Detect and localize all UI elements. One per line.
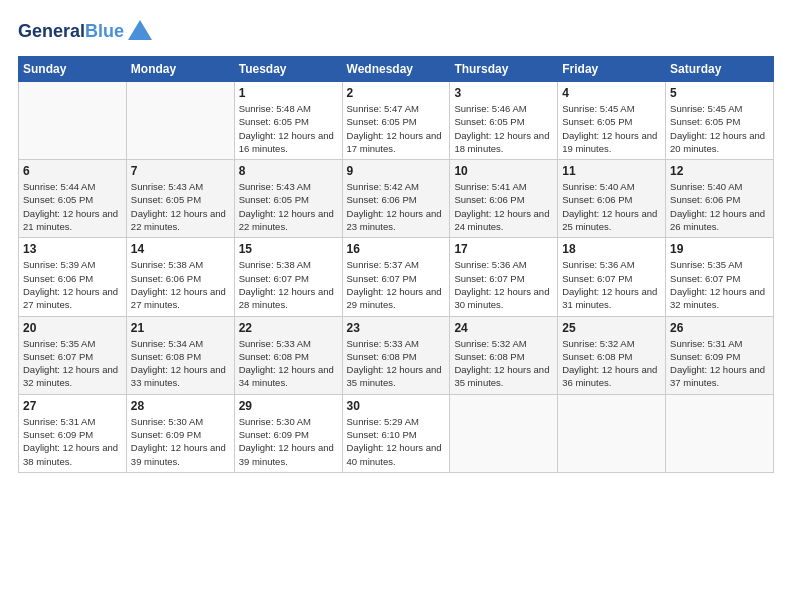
page: GeneralBlue SundayMondayTuesdayWednesday… <box>0 0 792 612</box>
day-number: 27 <box>23 399 122 413</box>
calendar-cell: 22Sunrise: 5:33 AM Sunset: 6:08 PM Dayli… <box>234 316 342 394</box>
calendar-cell: 6Sunrise: 5:44 AM Sunset: 6:05 PM Daylig… <box>19 160 127 238</box>
day-info: Sunrise: 5:34 AM Sunset: 6:08 PM Dayligh… <box>131 337 230 390</box>
day-number: 30 <box>347 399 446 413</box>
calendar-cell: 13Sunrise: 5:39 AM Sunset: 6:06 PM Dayli… <box>19 238 127 316</box>
calendar-cell: 16Sunrise: 5:37 AM Sunset: 6:07 PM Dayli… <box>342 238 450 316</box>
day-info: Sunrise: 5:32 AM Sunset: 6:08 PM Dayligh… <box>454 337 553 390</box>
calendar-cell: 26Sunrise: 5:31 AM Sunset: 6:09 PM Dayli… <box>666 316 774 394</box>
day-number: 14 <box>131 242 230 256</box>
calendar-week-row: 6Sunrise: 5:44 AM Sunset: 6:05 PM Daylig… <box>19 160 774 238</box>
day-info: Sunrise: 5:36 AM Sunset: 6:07 PM Dayligh… <box>454 258 553 311</box>
svg-marker-0 <box>128 20 152 40</box>
day-number: 29 <box>239 399 338 413</box>
day-number: 2 <box>347 86 446 100</box>
day-number: 10 <box>454 164 553 178</box>
day-number: 7 <box>131 164 230 178</box>
calendar-cell: 21Sunrise: 5:34 AM Sunset: 6:08 PM Dayli… <box>126 316 234 394</box>
day-number: 9 <box>347 164 446 178</box>
day-number: 17 <box>454 242 553 256</box>
calendar-cell: 19Sunrise: 5:35 AM Sunset: 6:07 PM Dayli… <box>666 238 774 316</box>
day-number: 11 <box>562 164 661 178</box>
calendar-cell: 30Sunrise: 5:29 AM Sunset: 6:10 PM Dayli… <box>342 394 450 472</box>
day-info: Sunrise: 5:48 AM Sunset: 6:05 PM Dayligh… <box>239 102 338 155</box>
logo: GeneralBlue <box>18 18 154 46</box>
calendar-cell: 5Sunrise: 5:45 AM Sunset: 6:05 PM Daylig… <box>666 82 774 160</box>
day-number: 13 <box>23 242 122 256</box>
day-number: 26 <box>670 321 769 335</box>
day-info: Sunrise: 5:45 AM Sunset: 6:05 PM Dayligh… <box>562 102 661 155</box>
day-number: 3 <box>454 86 553 100</box>
calendar-cell: 20Sunrise: 5:35 AM Sunset: 6:07 PM Dayli… <box>19 316 127 394</box>
day-number: 23 <box>347 321 446 335</box>
day-number: 25 <box>562 321 661 335</box>
day-info: Sunrise: 5:47 AM Sunset: 6:05 PM Dayligh… <box>347 102 446 155</box>
day-number: 5 <box>670 86 769 100</box>
calendar-cell: 7Sunrise: 5:43 AM Sunset: 6:05 PM Daylig… <box>126 160 234 238</box>
calendar-header-row: SundayMondayTuesdayWednesdayThursdayFrid… <box>19 57 774 82</box>
day-info: Sunrise: 5:38 AM Sunset: 6:07 PM Dayligh… <box>239 258 338 311</box>
day-info: Sunrise: 5:33 AM Sunset: 6:08 PM Dayligh… <box>347 337 446 390</box>
calendar-week-row: 1Sunrise: 5:48 AM Sunset: 6:05 PM Daylig… <box>19 82 774 160</box>
day-info: Sunrise: 5:43 AM Sunset: 6:05 PM Dayligh… <box>239 180 338 233</box>
day-number: 4 <box>562 86 661 100</box>
day-info: Sunrise: 5:42 AM Sunset: 6:06 PM Dayligh… <box>347 180 446 233</box>
logo-text: GeneralBlue <box>18 22 124 42</box>
calendar-cell: 15Sunrise: 5:38 AM Sunset: 6:07 PM Dayli… <box>234 238 342 316</box>
day-number: 21 <box>131 321 230 335</box>
calendar-cell: 12Sunrise: 5:40 AM Sunset: 6:06 PM Dayli… <box>666 160 774 238</box>
header: GeneralBlue <box>18 18 774 46</box>
calendar-cell: 25Sunrise: 5:32 AM Sunset: 6:08 PM Dayli… <box>558 316 666 394</box>
day-number: 12 <box>670 164 769 178</box>
col-header-sunday: Sunday <box>19 57 127 82</box>
calendar-cell: 3Sunrise: 5:46 AM Sunset: 6:05 PM Daylig… <box>450 82 558 160</box>
day-info: Sunrise: 5:30 AM Sunset: 6:09 PM Dayligh… <box>239 415 338 468</box>
day-number: 19 <box>670 242 769 256</box>
day-number: 1 <box>239 86 338 100</box>
calendar-cell: 8Sunrise: 5:43 AM Sunset: 6:05 PM Daylig… <box>234 160 342 238</box>
day-number: 28 <box>131 399 230 413</box>
calendar-cell: 24Sunrise: 5:32 AM Sunset: 6:08 PM Dayli… <box>450 316 558 394</box>
calendar-cell: 4Sunrise: 5:45 AM Sunset: 6:05 PM Daylig… <box>558 82 666 160</box>
calendar-cell: 23Sunrise: 5:33 AM Sunset: 6:08 PM Dayli… <box>342 316 450 394</box>
calendar-cell: 11Sunrise: 5:40 AM Sunset: 6:06 PM Dayli… <box>558 160 666 238</box>
day-number: 15 <box>239 242 338 256</box>
calendar-cell <box>666 394 774 472</box>
col-header-friday: Friday <box>558 57 666 82</box>
day-number: 18 <box>562 242 661 256</box>
day-info: Sunrise: 5:40 AM Sunset: 6:06 PM Dayligh… <box>670 180 769 233</box>
day-info: Sunrise: 5:44 AM Sunset: 6:05 PM Dayligh… <box>23 180 122 233</box>
calendar-cell <box>19 82 127 160</box>
day-info: Sunrise: 5:43 AM Sunset: 6:05 PM Dayligh… <box>131 180 230 233</box>
day-info: Sunrise: 5:29 AM Sunset: 6:10 PM Dayligh… <box>347 415 446 468</box>
calendar-cell: 27Sunrise: 5:31 AM Sunset: 6:09 PM Dayli… <box>19 394 127 472</box>
day-info: Sunrise: 5:46 AM Sunset: 6:05 PM Dayligh… <box>454 102 553 155</box>
day-number: 8 <box>239 164 338 178</box>
calendar-cell: 1Sunrise: 5:48 AM Sunset: 6:05 PM Daylig… <box>234 82 342 160</box>
col-header-thursday: Thursday <box>450 57 558 82</box>
calendar-week-row: 20Sunrise: 5:35 AM Sunset: 6:07 PM Dayli… <box>19 316 774 394</box>
calendar-week-row: 27Sunrise: 5:31 AM Sunset: 6:09 PM Dayli… <box>19 394 774 472</box>
day-info: Sunrise: 5:36 AM Sunset: 6:07 PM Dayligh… <box>562 258 661 311</box>
day-number: 6 <box>23 164 122 178</box>
day-number: 24 <box>454 321 553 335</box>
logo-icon <box>126 18 154 46</box>
calendar-cell: 18Sunrise: 5:36 AM Sunset: 6:07 PM Dayli… <box>558 238 666 316</box>
calendar-cell: 9Sunrise: 5:42 AM Sunset: 6:06 PM Daylig… <box>342 160 450 238</box>
calendar-cell: 2Sunrise: 5:47 AM Sunset: 6:05 PM Daylig… <box>342 82 450 160</box>
col-header-tuesday: Tuesday <box>234 57 342 82</box>
day-info: Sunrise: 5:45 AM Sunset: 6:05 PM Dayligh… <box>670 102 769 155</box>
day-info: Sunrise: 5:41 AM Sunset: 6:06 PM Dayligh… <box>454 180 553 233</box>
calendar-cell: 29Sunrise: 5:30 AM Sunset: 6:09 PM Dayli… <box>234 394 342 472</box>
col-header-wednesday: Wednesday <box>342 57 450 82</box>
calendar-cell: 14Sunrise: 5:38 AM Sunset: 6:06 PM Dayli… <box>126 238 234 316</box>
day-info: Sunrise: 5:38 AM Sunset: 6:06 PM Dayligh… <box>131 258 230 311</box>
calendar-table: SundayMondayTuesdayWednesdayThursdayFrid… <box>18 56 774 473</box>
col-header-monday: Monday <box>126 57 234 82</box>
calendar-cell <box>558 394 666 472</box>
calendar-cell: 10Sunrise: 5:41 AM Sunset: 6:06 PM Dayli… <box>450 160 558 238</box>
day-info: Sunrise: 5:37 AM Sunset: 6:07 PM Dayligh… <box>347 258 446 311</box>
day-info: Sunrise: 5:30 AM Sunset: 6:09 PM Dayligh… <box>131 415 230 468</box>
day-info: Sunrise: 5:35 AM Sunset: 6:07 PM Dayligh… <box>23 337 122 390</box>
day-info: Sunrise: 5:40 AM Sunset: 6:06 PM Dayligh… <box>562 180 661 233</box>
